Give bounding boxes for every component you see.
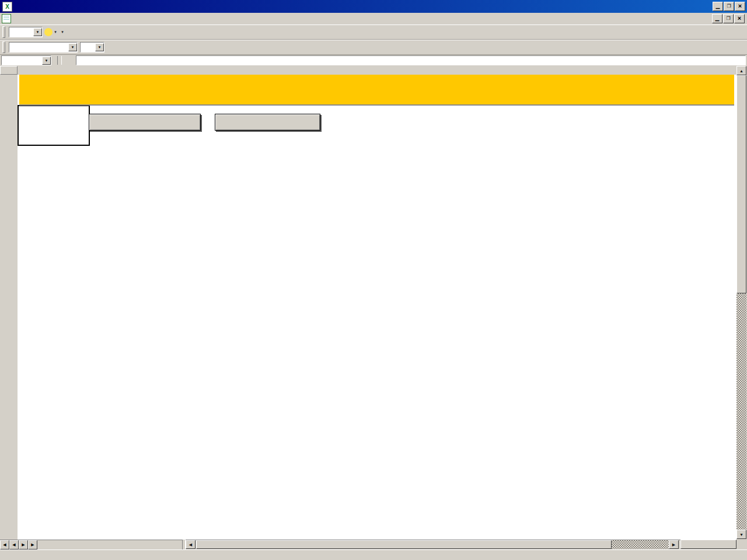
previous-sheet-icon[interactable] xyxy=(9,540,19,550)
name-box-dropdown-icon[interactable] xyxy=(42,57,51,65)
vertical-scroll-thumb[interactable] xyxy=(736,75,746,293)
font-size-dropdown-icon[interactable] xyxy=(95,43,104,51)
row-headers xyxy=(0,75,18,540)
excel-app-icon xyxy=(2,2,12,12)
help-dropdown-icon xyxy=(53,30,58,34)
formula-bar xyxy=(0,55,747,66)
scroll-up-icon[interactable] xyxy=(736,66,746,75)
help-icon xyxy=(44,28,53,36)
first-sheet-icon[interactable] xyxy=(0,540,9,550)
zoom-dropdown-arrow-icon[interactable] xyxy=(33,28,42,36)
restore-icon[interactable] xyxy=(724,2,734,11)
scroll-down-icon[interactable] xyxy=(736,530,746,539)
formula-input[interactable] xyxy=(76,55,746,65)
banner xyxy=(19,75,734,106)
workbook-restore-icon[interactable] xyxy=(723,14,734,23)
minimize-icon[interactable] xyxy=(713,2,723,11)
horizontal-scroll-thumb[interactable] xyxy=(196,540,612,549)
title-bar xyxy=(0,0,747,13)
close-icon[interactable] xyxy=(735,2,745,11)
formula-bar-divider xyxy=(57,56,62,65)
select-all-corner[interactable] xyxy=(0,66,18,75)
help-button[interactable] xyxy=(44,26,59,38)
horizontal-scroll-track[interactable] xyxy=(612,540,669,549)
last-sheet-icon[interactable] xyxy=(28,540,37,550)
toolbar-options-icon[interactable] xyxy=(59,26,66,38)
standard-toolbar xyxy=(0,24,747,40)
font-size-combo[interactable] xyxy=(80,42,104,52)
bic-pruefen-button[interactable] xyxy=(215,114,320,131)
workbook-icon xyxy=(2,14,11,23)
next-sheet-icon[interactable] xyxy=(19,540,28,550)
toolbar-handle[interactable] xyxy=(2,26,5,38)
workbook-close-icon[interactable] xyxy=(734,14,745,23)
column-headers xyxy=(18,66,736,75)
vertical-scroll-track[interactable] xyxy=(736,293,746,530)
status-bar xyxy=(0,550,747,560)
vertical-scrollbar[interactable] xyxy=(736,66,746,540)
workbook-minimize-icon[interactable] xyxy=(712,14,722,23)
name-box[interactable] xyxy=(1,55,51,65)
menu-bar xyxy=(0,13,747,25)
sepa-datei-erstellen-button[interactable] xyxy=(89,114,201,131)
active-cell-a2 xyxy=(18,105,90,146)
scroll-right-icon[interactable] xyxy=(669,540,679,549)
toolbar-handle[interactable] xyxy=(2,41,5,53)
zoom-combo[interactable] xyxy=(9,27,43,37)
font-name-combo[interactable] xyxy=(9,42,78,52)
edit-formula-button[interactable] xyxy=(67,56,76,65)
scroll-left-icon[interactable] xyxy=(186,540,196,549)
font-name-dropdown-icon[interactable] xyxy=(68,43,77,51)
excel-window xyxy=(0,0,747,560)
scrollbar-filler xyxy=(680,540,736,549)
worksheet xyxy=(18,75,736,540)
formatting-toolbar xyxy=(0,40,747,55)
